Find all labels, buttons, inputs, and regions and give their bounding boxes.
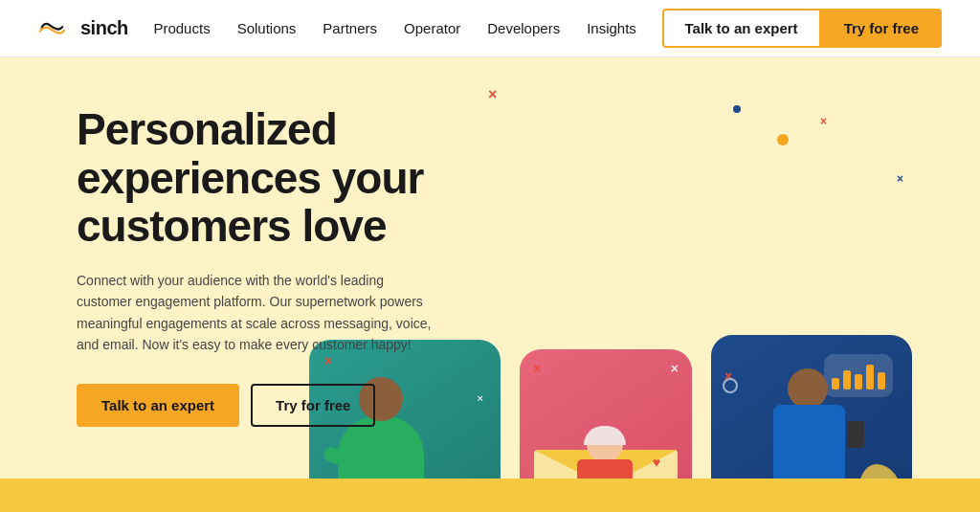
- hero-content: Personalized experiences your customers …: [77, 105, 574, 427]
- deco-dot-orange: [777, 134, 789, 145]
- heart-icon: ♥: [653, 455, 660, 470]
- deco-dot-blue: [733, 105, 741, 113]
- deco-cross-1: ×: [488, 86, 497, 103]
- deco-cross-2: ×: [820, 115, 827, 128]
- try-for-free-button[interactable]: Try for free: [821, 9, 942, 48]
- hero-buttons: Talk to an expert Try for free: [77, 384, 574, 427]
- talk-to-expert-button[interactable]: Talk to an expert: [662, 9, 821, 48]
- logo-text: sinch: [80, 17, 128, 39]
- card-pink-cross2: ×: [671, 361, 679, 376]
- card-blue-circle: [723, 378, 738, 393]
- hero-talk-button[interactable]: Talk to an expert: [77, 384, 239, 427]
- nav-operator[interactable]: Operator: [404, 20, 460, 36]
- hero-description: Connect with your audience with the worl…: [77, 270, 440, 356]
- bottom-yellow-strip: [0, 479, 980, 512]
- deco-cross-3: ×: [897, 172, 903, 186]
- nav-products[interactable]: Products: [153, 20, 210, 36]
- logo[interactable]: sinch: [38, 17, 128, 39]
- nav-insights[interactable]: Insights: [587, 20, 636, 36]
- nav-solutions[interactable]: Solutions: [237, 20, 297, 36]
- hero-section: × × × Personalized experiences your cust…: [0, 57, 980, 512]
- nav-developers[interactable]: Developers: [487, 20, 560, 36]
- nav-actions: Talk to an expert Try for free: [662, 9, 942, 48]
- hero-title: Personalized experiences your customers …: [77, 105, 574, 251]
- nav-partners[interactable]: Partners: [323, 20, 377, 36]
- nav-links: Products Solutions Partners Operator Dev…: [153, 20, 635, 36]
- hero-try-button[interactable]: Try for free: [251, 384, 375, 427]
- navbar: sinch Products Solutions Partners Operat…: [0, 0, 980, 57]
